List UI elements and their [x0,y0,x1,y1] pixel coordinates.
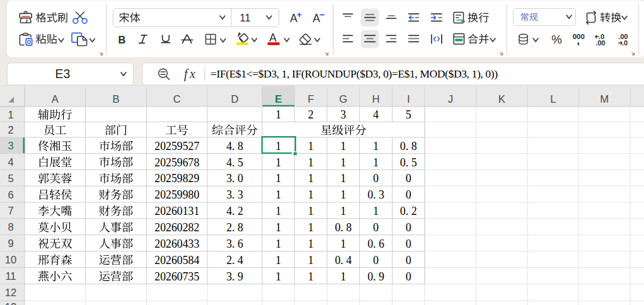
svg-text:3: 3 [8,140,13,152]
svg-text:0: 0 [373,172,379,185]
svg-text:12: 12 [5,287,16,299]
svg-text:.00: .00 [595,39,605,47]
svg-text:1: 1 [308,188,314,201]
svg-text:20260433: 20260433 [154,238,199,250]
svg-text:1: 1 [275,188,281,201]
svg-text:0. 6: 0. 6 [367,238,384,250]
svg-text:1: 1 [308,205,314,217]
svg-text:20259980: 20259980 [154,188,199,201]
svg-text:0: 0 [406,172,411,185]
svg-text:4. 2: 4. 2 [226,205,243,217]
svg-text:4: 4 [373,108,379,121]
svg-text:20260584: 20260584 [154,254,199,267]
svg-text:0: 0 [406,238,411,250]
svg-text:0: 0 [406,270,411,283]
svg-text:1: 1 [308,140,314,152]
svg-text:0: 0 [406,188,411,201]
svg-text:0. 4: 0. 4 [335,254,352,267]
svg-text:20259527: 20259527 [154,140,199,152]
svg-text:K: K [498,93,505,105]
svg-text:1: 1 [373,205,379,217]
svg-text:9: 9 [8,238,13,250]
svg-text:%: % [551,33,561,46]
svg-text:4: 4 [8,156,13,168]
svg-text:11: 11 [240,12,251,23]
svg-text:2: 2 [308,108,314,121]
svg-text:1: 1 [275,254,281,267]
svg-text:4. 5: 4. 5 [226,156,243,169]
svg-text:1: 1 [308,221,314,234]
svg-text:G: G [339,93,347,105]
svg-text:H: H [372,93,380,105]
svg-text:2. 8: 2. 8 [226,221,243,234]
svg-text:A: A [290,12,297,25]
svg-text:20260735: 20260735 [154,270,199,283]
svg-text:E3: E3 [55,67,71,81]
svg-text:5: 5 [406,108,411,121]
svg-text:,: , [577,35,580,47]
svg-text:B: B [112,93,119,105]
svg-text:0. 8: 0. 8 [335,221,352,234]
svg-text:0: 0 [406,221,411,234]
svg-text:20259678: 20259678 [154,156,199,169]
svg-text:20260282: 20260282 [154,221,199,234]
svg-text:1: 1 [275,108,281,121]
svg-text:2. 4: 2. 4 [226,254,243,267]
svg-text:1: 1 [308,238,314,250]
svg-text:.0: .0 [622,39,628,47]
svg-text:13: 13 [5,301,16,305]
svg-text:1: 1 [275,172,281,185]
svg-text:1: 1 [373,140,379,152]
svg-text:0: 0 [406,254,411,267]
svg-text:1: 1 [340,188,346,201]
svg-text:fx: fx [184,67,195,81]
svg-text:D: D [231,93,239,105]
svg-text:0. 8: 0. 8 [400,140,417,152]
svg-text:2: 2 [8,124,13,136]
svg-text:3. 6: 3. 6 [226,238,243,250]
svg-text:1: 1 [340,205,346,217]
svg-text:C: C [173,93,181,105]
svg-text:1: 1 [373,156,379,169]
svg-text:I: I [407,93,410,105]
svg-text:F: F [308,93,314,105]
svg-text:11: 11 [5,270,16,282]
svg-text:0: 0 [373,254,379,267]
svg-text:B: B [118,34,126,45]
svg-text:1: 1 [275,238,281,250]
svg-text:0. 2: 0. 2 [400,205,417,217]
svg-text:=IF(E$1<=$D3, 1, IF(ROUNDUP($D: =IF(E$1<=$D3, 1, IF(ROUNDUP($D3, 0)=E$1,… [210,67,498,80]
svg-text:A: A [52,93,59,105]
svg-text:1: 1 [275,156,281,169]
svg-text:1: 1 [308,254,314,267]
svg-text:8: 8 [8,221,13,233]
svg-text:1: 1 [340,172,346,185]
svg-text:1: 1 [275,221,281,234]
svg-text:6: 6 [8,189,13,201]
svg-text:1: 1 [340,238,346,250]
svg-text:1: 1 [340,270,346,283]
svg-text:A: A [313,12,320,25]
svg-text:3. 9: 3. 9 [226,270,243,283]
svg-text:L: L [550,93,556,105]
svg-text:3: 3 [340,108,346,121]
svg-text:20260131: 20260131 [154,205,199,217]
svg-text:5: 5 [8,173,13,185]
svg-text:M: M [600,93,609,105]
svg-text:7: 7 [8,205,13,217]
svg-text:0: 0 [373,221,379,234]
svg-text:1: 1 [275,270,281,283]
svg-text:0. 9: 0. 9 [367,270,384,283]
svg-text:4. 8: 4. 8 [226,140,243,152]
svg-text:A: A [269,32,277,44]
svg-text:1: 1 [340,140,346,152]
svg-text:20259829: 20259829 [154,172,199,185]
svg-text:E: E [275,93,282,105]
svg-text:1: 1 [308,270,314,283]
svg-text:1: 1 [340,156,346,169]
svg-text:1: 1 [308,156,314,169]
svg-text:0. 3: 0. 3 [367,188,384,201]
svg-text:1: 1 [275,140,281,152]
svg-text:1: 1 [8,109,13,121]
svg-text:1: 1 [275,205,281,217]
